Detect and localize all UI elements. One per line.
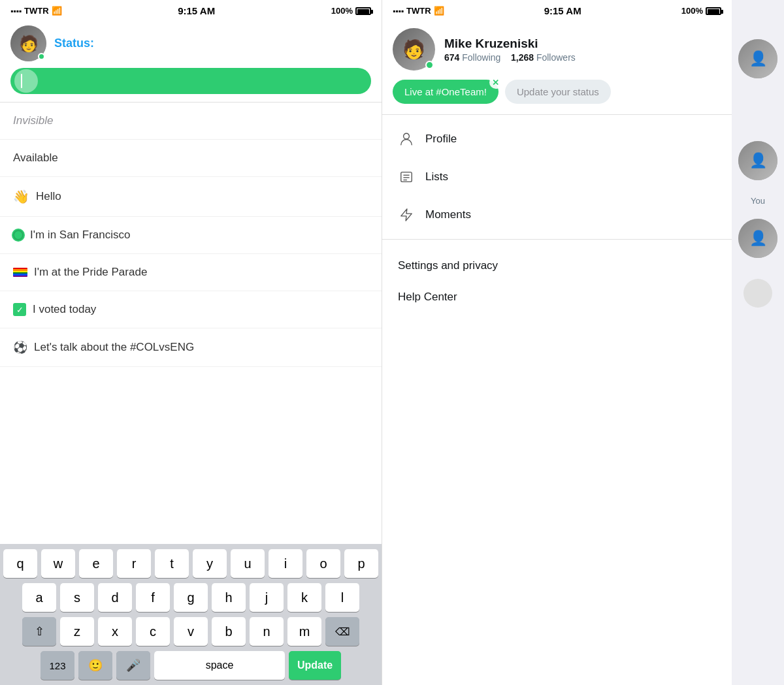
key-c[interactable]: c	[136, 617, 170, 646]
update-status-text: Update your status	[517, 86, 599, 97]
emoji-key[interactable]: 🙂	[78, 651, 112, 680]
right-carrier: TWTR	[406, 6, 431, 16]
menu-item-pride[interactable]: I'm at the Pride Parade	[0, 254, 382, 291]
menu-item-voted[interactable]: ✓ I voted today	[0, 291, 382, 328]
moments-menu-label: Moments	[425, 208, 471, 221]
key-y[interactable]: y	[193, 549, 227, 578]
key-e[interactable]: e	[79, 549, 113, 578]
right-side-column: 👤 👤 You 👤	[732, 0, 784, 685]
side-avatar-3: 👤	[738, 219, 777, 258]
left-status-bar: ▪▪▪▪ TWTR 📶 9:15 AM 100%	[0, 0, 382, 19]
key-u[interactable]: u	[231, 549, 265, 578]
status-input-bar[interactable]	[10, 68, 371, 94]
profile-stats: 674 Following 1,268 Followers	[444, 52, 576, 63]
right-battery-icon	[706, 7, 721, 15]
current-status-bubble[interactable]: Live at #OneTeam! ✕	[393, 80, 498, 104]
key-x[interactable]: x	[98, 617, 132, 646]
left-profile-row: 🧑 Status:	[10, 25, 371, 61]
key-k[interactable]: k	[287, 583, 321, 612]
left-panel: ▪▪▪▪ TWTR 📶 9:15 AM 100% 🧑 Status:	[0, 0, 382, 685]
following-count: 674	[444, 52, 459, 63]
key-f[interactable]: f	[136, 583, 170, 612]
right-panel: ▪▪▪▪ TWTR 📶 9:15 AM 100% 🧑 Mike Kruzenis…	[382, 0, 784, 685]
right-settings: Settings and privacy Help Center	[382, 240, 732, 323]
keyboard: q w e r t y u i o p a s d f g h j k l ⇧ …	[0, 544, 382, 685]
menu-item-invisible[interactable]: Invisible	[0, 103, 382, 140]
key-s[interactable]: s	[60, 583, 94, 612]
key-p[interactable]: p	[344, 549, 378, 578]
left-time: 9:15 AM	[178, 5, 215, 16]
moments-icon	[398, 206, 415, 223]
key-v[interactable]: v	[174, 617, 208, 646]
update-key[interactable]: Update	[289, 651, 341, 680]
side-avatar-1: 👤	[738, 39, 777, 78]
battery-icon	[355, 7, 371, 15]
shift-key[interactable]: ⇧	[22, 617, 56, 646]
right-menu: Profile Lists	[382, 115, 732, 240]
key-t[interactable]: t	[155, 549, 189, 578]
key-w[interactable]: w	[41, 549, 75, 578]
pride-flag-icon	[13, 268, 27, 277]
settings-privacy-item[interactable]: Settings and privacy	[398, 250, 716, 281]
menu-item-lists[interactable]: Lists	[382, 158, 732, 196]
key-z[interactable]: z	[60, 617, 94, 646]
update-status-bubble[interactable]: Update your status	[505, 80, 611, 104]
left-menu-list: Invisible Available 👋 Hello I'm in San F…	[0, 103, 382, 544]
close-status-button[interactable]: ✕	[489, 76, 502, 89]
key-q[interactable]: q	[3, 549, 37, 578]
key-l[interactable]: l	[325, 583, 359, 612]
keyboard-row-1: q w e r t y u i o p	[3, 549, 379, 578]
clear-circle	[14, 69, 38, 93]
help-center-item[interactable]: Help Center	[398, 281, 716, 313]
key-n[interactable]: n	[250, 617, 284, 646]
menu-item-available[interactable]: Available	[0, 140, 382, 177]
menu-item-profile[interactable]: Profile	[382, 120, 732, 158]
left-battery-area: 100%	[331, 6, 371, 16]
followers-label: Followers	[536, 52, 576, 63]
soccer-ball-icon: ⚽	[13, 340, 27, 355]
menu-item-san-francisco[interactable]: I'm in San Francisco	[0, 217, 382, 254]
space-key[interactable]: space	[154, 651, 285, 680]
menu-item-hello[interactable]: 👋 Hello	[0, 177, 382, 217]
signal-icon: ▪▪▪▪	[10, 7, 22, 16]
status-input-row	[10, 68, 371, 94]
key-m[interactable]: m	[287, 617, 321, 646]
right-online-dot	[425, 61, 434, 69]
microphone-key[interactable]: 🎤	[116, 651, 150, 680]
right-avatar-wrap: 🧑	[393, 28, 435, 71]
menu-item-soccer[interactable]: ⚽ Let's talk about the #COLvsENG	[0, 328, 382, 367]
key-123[interactable]: 123	[41, 651, 74, 680]
right-main: ▪▪▪▪ TWTR 📶 9:15 AM 100% 🧑 Mike Kruzenis…	[382, 0, 732, 685]
right-battery-pct: 100%	[681, 6, 703, 16]
side-avatar-img-2: 👤	[738, 141, 777, 180]
key-b[interactable]: b	[212, 617, 246, 646]
right-carrier-info: ▪▪▪▪ TWTR 📶	[393, 6, 444, 16]
profile-icon	[398, 131, 415, 148]
side-avatar-2: 👤	[738, 141, 777, 180]
profile-info-row: 🧑 Mike Kruzeniski 674 Following 1,268 Fo…	[393, 28, 721, 71]
key-a[interactable]: a	[22, 583, 56, 612]
right-signal-icon: ▪▪▪▪	[393, 7, 404, 16]
backspace-key[interactable]: ⌫	[325, 617, 359, 646]
hello-emoji: 👋	[13, 189, 29, 204]
invisible-label: Invisible	[13, 114, 53, 127]
key-r[interactable]: r	[117, 549, 151, 578]
right-status-bar: ▪▪▪▪ TWTR 📶 9:15 AM 100%	[382, 0, 732, 19]
lists-icon	[398, 168, 415, 185]
key-g[interactable]: g	[174, 583, 208, 612]
available-label: Available	[13, 151, 58, 165]
menu-item-moments[interactable]: Moments	[382, 196, 732, 234]
right-time: 9:15 AM	[544, 5, 581, 16]
key-h[interactable]: h	[212, 583, 246, 612]
side-avatar-img-3: 👤	[738, 219, 777, 258]
key-i[interactable]: i	[269, 549, 302, 578]
key-o[interactable]: o	[306, 549, 340, 578]
following-label: Following	[462, 52, 500, 63]
left-status-label: Status:	[54, 37, 94, 50]
key-d[interactable]: d	[98, 583, 132, 612]
current-status-text: Live at #OneTeam!	[404, 86, 487, 97]
profile-text-block: Mike Kruzeniski 674 Following 1,268 Foll…	[444, 37, 576, 63]
location-dot	[13, 230, 24, 240]
left-battery-pct: 100%	[331, 6, 353, 16]
key-j[interactable]: j	[250, 583, 284, 612]
